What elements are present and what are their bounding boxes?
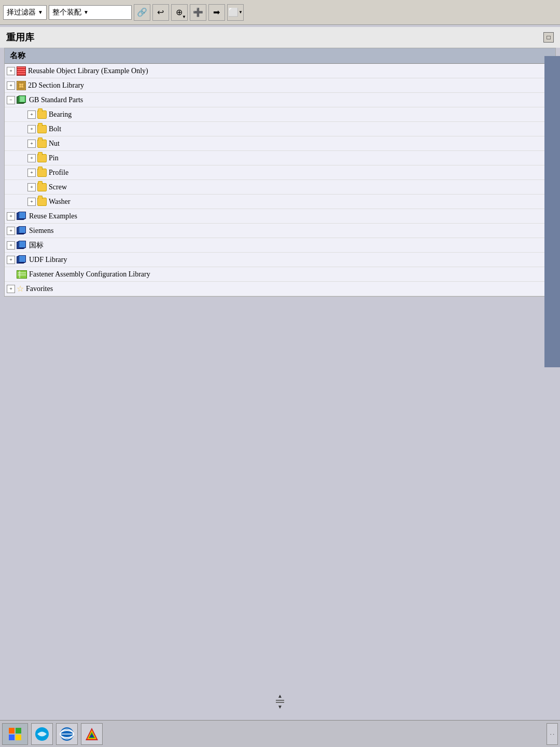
right-sidebar-panel xyxy=(544,56,560,367)
taskbar-app1[interactable] xyxy=(31,723,53,745)
app3-icon xyxy=(85,727,99,741)
favorites-label: Favorites xyxy=(26,285,53,293)
minimize-icon: □ xyxy=(547,34,550,42)
2d-section-lib-icon xyxy=(17,81,26,90)
2dsection-svg xyxy=(18,82,25,89)
2d-section-lib-label: 2D Section Library xyxy=(28,81,84,90)
list-item[interactable]: + Reuse Examples xyxy=(5,209,555,224)
expand-washer[interactable]: + xyxy=(27,198,36,206)
toolbar: 择过滤器 ▼ 整个装配 ▼ 🔗 ↩ ⊕ ▼ ➕ ➡ ⬜ ▼ xyxy=(0,0,560,25)
filter-dropdown[interactable]: 择过滤器 ▼ xyxy=(3,5,47,20)
favorites-star-icon: ☆ xyxy=(17,284,24,294)
filter-label: 择过滤器 xyxy=(7,8,36,17)
list-item[interactable]: + 2D Section Library xyxy=(5,78,555,93)
udf-library-label: UDF Library xyxy=(29,256,67,264)
list-item[interactable]: + 国标 xyxy=(5,238,555,253)
expand-nut[interactable]: + xyxy=(27,140,36,148)
arrow-button[interactable]: ➡ xyxy=(208,4,225,21)
assembly-label: 整个装配 xyxy=(52,8,81,17)
expand-udf-library[interactable]: + xyxy=(7,256,15,264)
screw-label: Screw xyxy=(49,183,67,191)
minimize-button[interactable]: □ xyxy=(543,32,554,43)
taskbar-app3[interactable] xyxy=(81,723,103,745)
expand-guobiao[interactable]: + xyxy=(7,241,15,250)
guobiao-label: 国标 xyxy=(29,241,44,250)
list-item[interactable]: + Nut xyxy=(5,136,555,151)
list-item[interactable]: + UDF Library xyxy=(5,253,555,267)
move-button[interactable]: ➕ xyxy=(190,4,206,21)
washer-label: Washer xyxy=(49,198,71,206)
window-arrow: ▼ xyxy=(239,10,243,15)
splitter-down-arrow: ▼ xyxy=(277,704,283,710)
list-item[interactable]: + Bearing xyxy=(5,107,555,122)
expand-reuse-examples[interactable]: + xyxy=(7,212,15,220)
gb-standard-parts-label: GB Standard Parts xyxy=(29,96,83,104)
assembly-arrow: ▼ xyxy=(83,9,89,15)
reusable-obj-lib-icon xyxy=(17,66,26,76)
expand-bearing[interactable]: + xyxy=(27,110,36,119)
app2-icon xyxy=(60,727,74,741)
taskbar-tray: · · xyxy=(547,723,558,745)
profile-label: Profile xyxy=(49,169,68,177)
list-item[interactable]: + ☆ Favorites xyxy=(5,282,555,296)
expand-siemens[interactable]: + xyxy=(7,227,15,235)
udf-library-icon xyxy=(17,255,27,265)
expand-favorites[interactable]: + xyxy=(7,285,15,293)
tree-table: 名称 + Reusable Object Library (Example On… xyxy=(4,48,556,297)
siemens-app-icon xyxy=(35,727,49,741)
reuse-examples-icon xyxy=(17,212,27,221)
svg-rect-11 xyxy=(16,735,21,740)
start-button[interactable] xyxy=(2,723,28,745)
splitter-up-arrow: ▲ xyxy=(277,693,283,699)
bearing-folder-icon xyxy=(37,110,47,119)
screw-folder-icon xyxy=(37,183,47,191)
list-item[interactable]: + Siemens xyxy=(5,224,555,238)
windows-logo-icon xyxy=(8,727,22,741)
expand-bolt[interactable]: + xyxy=(27,125,36,133)
window-button[interactable]: ⬜ ▼ xyxy=(227,4,244,21)
undo-button[interactable]: ↩ xyxy=(152,4,169,21)
siemens-label: Siemens xyxy=(29,227,53,235)
splitter-line-2 xyxy=(276,702,284,703)
dropdown-indicator: ▼ xyxy=(182,15,186,19)
svg-rect-8 xyxy=(9,728,15,734)
window-icon: ⬜ xyxy=(228,7,239,17)
taskbar: · · xyxy=(0,720,560,747)
list-item[interactable]: + Profile xyxy=(5,165,555,180)
tree-header: 名称 xyxy=(5,48,555,64)
add-button[interactable]: ⊕ ▼ xyxy=(171,4,188,21)
list-item[interactable]: + Pin xyxy=(5,151,555,165)
column-name-header: 名称 xyxy=(10,51,25,60)
nx-icon xyxy=(85,727,99,741)
expand-2d-section-lib[interactable]: + xyxy=(7,81,15,90)
siemens-icon xyxy=(17,226,27,236)
reusable-obj-lib-label: Reusable Object Library (Example Only) xyxy=(28,67,148,75)
expand-gb-standard-parts[interactable]: − xyxy=(7,96,15,104)
splitter-handle[interactable]: ▲ ▼ xyxy=(276,693,284,710)
nut-folder-icon xyxy=(37,140,47,148)
panel-header: 重用库 □ xyxy=(0,27,560,48)
taskbar-tray-item[interactable]: · · xyxy=(547,723,558,745)
expand-reusable-obj-lib[interactable]: + xyxy=(7,67,15,75)
expand-pin[interactable]: + xyxy=(27,154,36,162)
list-item[interactable]: + Screw xyxy=(5,180,555,195)
nut-label: Nut xyxy=(49,140,60,148)
list-item[interactable]: + Washer xyxy=(5,195,555,209)
washer-folder-icon xyxy=(37,198,47,206)
expand-profile[interactable]: + xyxy=(27,169,36,177)
link-button[interactable]: 🔗 xyxy=(134,4,150,21)
list-item[interactable]: Fastener Assembly Configuration Library xyxy=(5,267,555,282)
list-item[interactable]: + Bolt xyxy=(5,122,555,136)
assembly-dropdown[interactable]: 整个装配 ▼ xyxy=(49,5,132,20)
fastener-assembly-icon xyxy=(17,270,27,279)
bolt-folder-icon xyxy=(37,125,47,133)
ie-icon xyxy=(60,727,74,741)
expand-screw[interactable]: + xyxy=(27,183,36,191)
list-item[interactable]: − GB Standard Parts xyxy=(5,93,555,107)
app1-icon xyxy=(35,727,49,741)
taskbar-app2[interactable] xyxy=(56,723,78,745)
fastener-assembly-label: Fastener Assembly Configuration Library xyxy=(29,270,150,279)
svg-rect-4 xyxy=(18,271,26,278)
reuse-examples-label: Reuse Examples xyxy=(29,212,77,220)
list-item[interactable]: + Reusable Object Library (Example Only) xyxy=(5,64,555,78)
